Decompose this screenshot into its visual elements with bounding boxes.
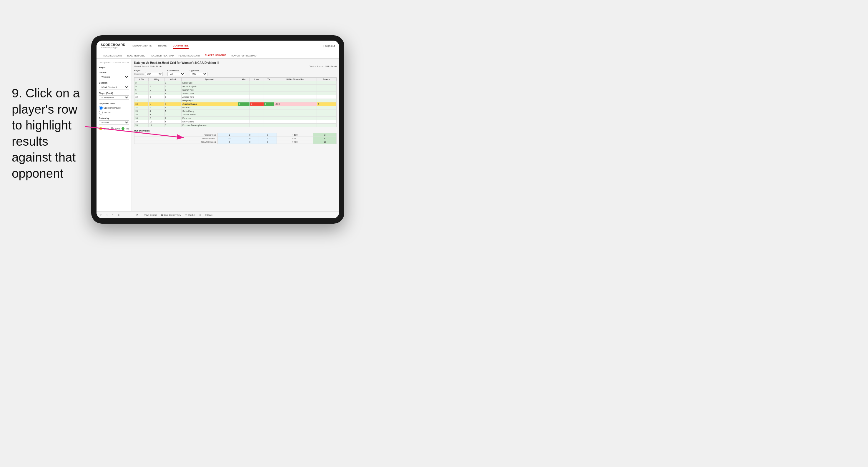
- nav-committee[interactable]: COMMITTEE: [173, 43, 189, 49]
- forward-button[interactable]: →: [129, 213, 133, 217]
- undo-button[interactable]: ↩: [99, 213, 103, 217]
- redo-alt-button[interactable]: ↷: [111, 213, 115, 217]
- opponent-name-cell: Sydney Kuo: [182, 88, 238, 92]
- legend-up-label: Up: [126, 128, 129, 130]
- radio-top100[interactable]: Top 100: [99, 111, 129, 115]
- out-of-division: Out of division Foreign Team1004.5002NAI…: [134, 129, 337, 144]
- table-row[interactable]: 914Sharon Mun: [134, 92, 337, 95]
- logo-area: SCOREBOARD Powered by clippd: [101, 43, 125, 49]
- conference-label: Conference: [167, 69, 185, 71]
- top-nav: SCOREBOARD Powered by clippd TOURNAMENTS…: [96, 41, 339, 51]
- col-diff: Diff Av Strokes/Rnd: [274, 78, 317, 81]
- out-table: Foreign Team1004.5002NAIA Division 11500…: [134, 133, 337, 144]
- panel-records: Overall Record: 353 - 34 - 6 Division Re…: [134, 65, 337, 68]
- opponent-name-cell: Sharon Mun: [182, 92, 238, 95]
- toolbar-divider-1: [141, 213, 141, 217]
- table-row[interactable]: 1063Andrea York: [134, 95, 337, 99]
- out-table-row: Foreign Team1004.5002: [134, 133, 337, 137]
- table-row[interactable]: 522Alexis Sudjianto: [134, 85, 337, 88]
- table-row[interactable]: 1474Eunice Yi: [134, 106, 337, 110]
- sidebar-division-select[interactable]: NCAA Division III: [99, 85, 129, 89]
- sidebar-gender-select[interactable]: Women's: [99, 75, 129, 79]
- opponent-name-cell: Federica Domecq Lacroze: [182, 124, 238, 127]
- screen-button[interactable]: ⊡: [198, 213, 203, 217]
- legend-level-label: Level: [115, 128, 120, 130]
- tab-player-h2h-heatmap[interactable]: PLAYER H2H HEATMAP: [228, 53, 260, 58]
- table-header-row: # Div # Reg # Conf Opponent Win Loss Tie…: [134, 78, 337, 81]
- view-original-button[interactable]: View: Original: [143, 213, 158, 217]
- filters-container: Region Opponents: (All) Conference (All): [134, 69, 337, 76]
- overall-record: Overall Record: 353 - 34 - 6: [134, 65, 161, 68]
- sidebar-colour-section: Colour by Win/loss: [99, 117, 129, 125]
- opponent-name-cell: Stella Chang: [182, 110, 238, 113]
- sign-out-link[interactable]: Sign out: [325, 44, 335, 48]
- col-rounds: Rounds: [317, 78, 336, 81]
- h2h-grid-table: # Div # Reg # Conf Opponent Win Loss Tie…: [134, 77, 337, 127]
- annotation-description: Click on a player's row to highlight res…: [12, 86, 80, 180]
- logo-text: SCOREBOARD: [101, 43, 125, 46]
- opponent-name-cell: Esther Lee: [182, 81, 238, 85]
- legend-level-dot: [111, 127, 114, 130]
- bottom-toolbar: ↩ ↪ ↷ ⊞ ← → ⏱ View: Original 🖫 Save Cust…: [96, 211, 339, 218]
- radio-opponents-played-label: Opponents Played: [103, 107, 121, 109]
- redo-button[interactable]: ↪: [105, 213, 109, 217]
- table-row[interactable]: 1585Stella Chang: [134, 110, 337, 113]
- radio-top100-input[interactable]: [99, 111, 103, 115]
- opponent-filter-label: Opponent: [190, 69, 208, 71]
- filter-region: Region Opponents: (All): [134, 69, 163, 76]
- col-conf: # Conf: [164, 78, 182, 81]
- sidebar-radio-group: Opponents Played Top 100: [99, 106, 129, 115]
- nav-tournaments[interactable]: TOURNAMENTS: [131, 43, 152, 49]
- conference-select[interactable]: (All): [167, 72, 185, 76]
- legend-up-dot: [122, 127, 124, 130]
- radio-opponents-played[interactable]: Opponents Played: [99, 106, 129, 110]
- timer-button[interactable]: ⏱: [135, 213, 139, 217]
- right-panel: Katelyn Vo Head-to-Head Grid for Women's…: [132, 59, 339, 211]
- col-reg: # Reg: [149, 78, 164, 81]
- tab-team-summary[interactable]: TEAM SUMMARY: [101, 53, 124, 58]
- filter-opponent: Opponent (All): [190, 69, 208, 76]
- tab-player-summary[interactable]: PLAYER SUMMARY: [176, 53, 203, 58]
- table-row[interactable]: 20117Federica Domecq Lacroze: [134, 124, 337, 127]
- annotation-text: 9. Click on a player's row to highlight …: [12, 85, 83, 182]
- tab-player-h2h-grid[interactable]: PLAYER H2H GRID: [203, 53, 228, 58]
- table-row[interactable]: 613Sydney Kuo: [134, 88, 337, 92]
- watch-icon: 👁: [185, 214, 187, 216]
- tab-team-h2h-grid[interactable]: TEAM H2H GRID: [124, 53, 148, 58]
- sidebar-division-section: Division NCAA Division III: [99, 82, 129, 89]
- sidebar-player-label: Player: [99, 66, 129, 69]
- col-div: # Div: [134, 78, 149, 81]
- sidebar-playerrank-section: Player (Rank) 8. Katelyn Vo: [99, 92, 129, 100]
- legend-down-dot: [99, 127, 102, 130]
- share-button[interactable]: ⎘ Share: [204, 213, 214, 217]
- grid-button[interactable]: ⊞: [117, 213, 121, 217]
- opponent-name-cell: Haejo Hyun: [182, 99, 238, 102]
- table-row[interactable]: 11Haejo Hyun: [134, 99, 337, 102]
- back-button[interactable]: ←: [122, 213, 127, 217]
- filter-conference: Conference (All): [167, 69, 185, 76]
- table-row[interactable]: 1311Jessica Huang010-3.002: [134, 102, 337, 106]
- sidebar-colour-select[interactable]: Win/loss: [99, 120, 129, 125]
- save-custom-button[interactable]: 🖫 Save Custom View: [160, 213, 182, 217]
- table-row[interactable]: 19106Emily Chang: [134, 120, 337, 124]
- table-row[interactable]: 1822Euna Lee: [134, 117, 337, 120]
- nav-teams[interactable]: TEAMS: [158, 43, 167, 49]
- sidebar-opponent-view-section: Opponent view Opponents Played Top 100: [99, 102, 129, 115]
- nav-items: TOURNAMENTS TEAMS COMMITTEE: [131, 43, 323, 49]
- tab-team-h2h-heatmap[interactable]: TEAM H2H HEATMAP: [148, 53, 176, 58]
- out-tbody: Foreign Team1004.5002NAIA Division 11500…: [134, 133, 337, 144]
- opponent-select[interactable]: (All): [190, 72, 208, 76]
- table-row[interactable]: 31Esther Lee: [134, 81, 337, 85]
- legend-down-label: Down: [104, 128, 109, 130]
- opponent-name-cell: Euna Lee: [182, 117, 238, 120]
- region-opponents-select[interactable]: (All): [145, 72, 163, 76]
- tablet-screen: SCOREBOARD Powered by clippd TOURNAMENTS…: [96, 41, 339, 218]
- opponent-name-cell: Andrea York: [182, 95, 238, 99]
- col-win: Win: [238, 78, 250, 81]
- division-record: Division Record: 331 - 34 - 6: [309, 65, 337, 68]
- sidebar-playerrank-select[interactable]: 8. Katelyn Vo: [99, 95, 129, 100]
- watch-button[interactable]: 👁 Watch ▾: [184, 213, 196, 217]
- radio-opponents-played-input[interactable]: [99, 106, 103, 110]
- radio-top100-label: Top 100: [103, 112, 111, 114]
- table-row[interactable]: 1691Jessica Mason: [134, 113, 337, 117]
